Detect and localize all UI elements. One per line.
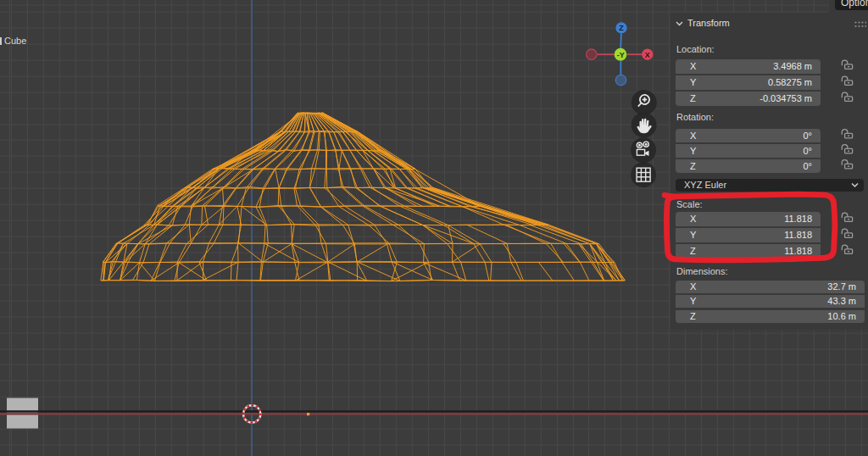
svg-text:X: X xyxy=(645,51,650,59)
svg-text:Z: Z xyxy=(619,24,624,32)
svg-text:-Y: -Y xyxy=(617,51,625,59)
